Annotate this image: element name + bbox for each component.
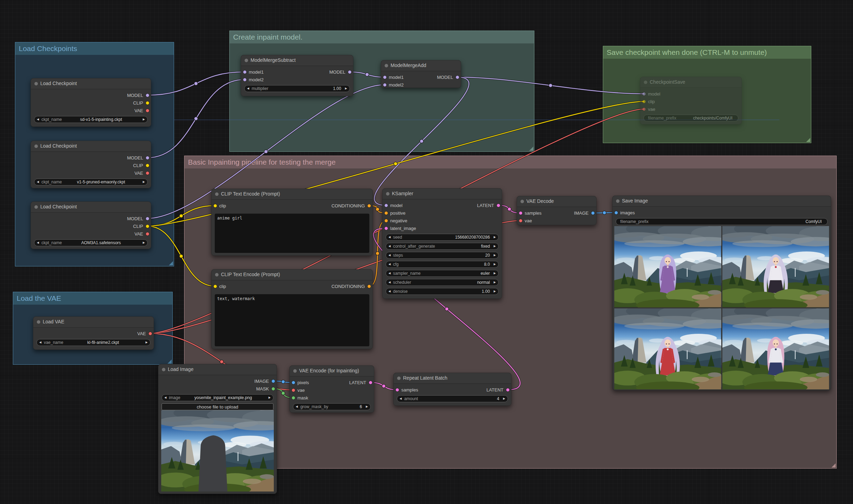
input-slot-mask[interactable] bbox=[292, 396, 295, 400]
output-slot-CLIP[interactable] bbox=[146, 224, 149, 228]
increment-arrow-icon[interactable]: ▶ bbox=[491, 288, 498, 295]
increment-arrow-icon[interactable]: ▶ bbox=[491, 252, 498, 259]
increment-arrow-icon[interactable]: ▶ bbox=[491, 279, 498, 286]
increment-arrow-icon[interactable]: ▶ bbox=[491, 270, 498, 277]
node-header[interactable]: ModelMergeAdd bbox=[381, 60, 461, 71]
node-header[interactable]: VAE Decode bbox=[517, 196, 596, 207]
node-header[interactable]: Load Checkpoint bbox=[31, 141, 151, 152]
group-resize-handle[interactable] bbox=[806, 138, 810, 142]
node-lc1[interactable]: Load CheckpointMODELCLIPVAE◀ckpt_namesd-… bbox=[31, 78, 151, 127]
g-save-checkpoint-header[interactable]: Save checkpoint when done (CTRL-M to unm… bbox=[603, 46, 811, 59]
widget-ckpt_name[interactable]: ◀ckpt_nameAOM3A1.safetensors▶ bbox=[34, 239, 148, 246]
group-resize-handle[interactable] bbox=[169, 261, 173, 265]
widget-denoise[interactable]: ◀denoise1.00▶ bbox=[386, 288, 499, 295]
input-slot-negative[interactable] bbox=[384, 219, 388, 223]
increment-arrow-icon[interactable]: ▶ bbox=[140, 116, 147, 123]
increment-arrow-icon[interactable]: ▶ bbox=[363, 403, 370, 410]
node-cte2[interactable]: CLIP Text Encode (Prompt)clipCONDITIONIN… bbox=[211, 269, 373, 349]
collapse-dot-icon[interactable] bbox=[386, 192, 389, 196]
decrement-arrow-icon[interactable]: ◀ bbox=[386, 252, 393, 259]
node-header[interactable]: Repeat Latent Batch bbox=[394, 373, 511, 384]
collapse-dot-icon[interactable] bbox=[215, 192, 219, 196]
output-slot-CONDITIONING[interactable] bbox=[367, 284, 371, 288]
increment-arrow-icon[interactable]: ▶ bbox=[501, 395, 508, 402]
collapse-dot-icon[interactable] bbox=[215, 273, 219, 276]
input-slot-vae[interactable] bbox=[292, 388, 295, 392]
node-li[interactable]: Load ImageIMAGEMASK◀imageyosemite_inpain… bbox=[158, 364, 277, 494]
node-lc3[interactable]: Load CheckpointMODELCLIPVAE◀ckpt_nameAOM… bbox=[31, 201, 151, 249]
decrement-arrow-icon[interactable]: ◀ bbox=[386, 234, 393, 241]
input-slot-clip[interactable] bbox=[213, 284, 217, 288]
output-slot-MODEL[interactable] bbox=[348, 70, 352, 74]
collapse-dot-icon[interactable] bbox=[37, 320, 40, 324]
node-mms[interactable]: ModelMergeSubtractmodel1model2MODEL◀mult… bbox=[241, 55, 353, 96]
increment-arrow-icon[interactable]: ▶ bbox=[266, 394, 273, 401]
decrement-arrow-icon[interactable]: ◀ bbox=[386, 261, 393, 268]
widget-grow_mask_by[interactable]: ◀grow_mask_by6▶ bbox=[293, 403, 371, 410]
node-header[interactable]: Load VAE bbox=[33, 317, 154, 328]
node-lvae[interactable]: Load VAEVAE◀vae_namekl-f8-anime2.ckpt▶ bbox=[33, 316, 154, 350]
input-slot-samples[interactable] bbox=[395, 388, 399, 392]
widget-vae_name[interactable]: ◀vae_namekl-f8-anime2.ckpt▶ bbox=[36, 339, 150, 346]
increment-arrow-icon[interactable]: ▶ bbox=[491, 234, 498, 241]
node-lc2[interactable]: Load CheckpointMODELCLIPVAE◀ckpt_namev1-… bbox=[31, 141, 151, 188]
output-slot-VAE[interactable] bbox=[146, 171, 149, 175]
input-slot-clip[interactable] bbox=[642, 100, 646, 104]
decrement-arrow-icon[interactable]: ◀ bbox=[37, 339, 44, 346]
node-vei[interactable]: VAE Encode (for Inpainting)pixelsvaemask… bbox=[289, 365, 374, 413]
output-slot-LATENT[interactable] bbox=[506, 388, 510, 392]
output-slot-VAE[interactable] bbox=[146, 232, 149, 236]
widget-filename_prefix[interactable]: filename_prefixcheckpoints/ComfyUI bbox=[643, 115, 738, 122]
widget-scheduler[interactable]: ◀schedulernormal▶ bbox=[386, 279, 499, 286]
input-slot-model1[interactable] bbox=[243, 70, 247, 74]
input-slot-vae[interactable] bbox=[519, 219, 523, 223]
prompt-textarea[interactable]: text, watermark bbox=[215, 294, 369, 346]
decrement-arrow-icon[interactable]: ◀ bbox=[386, 288, 393, 295]
group-resize-handle[interactable] bbox=[167, 360, 172, 364]
decrement-arrow-icon[interactable]: ◀ bbox=[386, 279, 393, 286]
widget-multiplier[interactable]: ◀multiplier1.00▶ bbox=[244, 85, 350, 92]
output-slot-CONDITIONING[interactable] bbox=[367, 204, 371, 208]
collapse-dot-icon[interactable] bbox=[616, 199, 620, 203]
collapse-dot-icon[interactable] bbox=[34, 205, 38, 209]
decrement-arrow-icon[interactable]: ◀ bbox=[245, 85, 252, 92]
collapse-dot-icon[interactable] bbox=[293, 369, 297, 373]
decrement-arrow-icon[interactable]: ◀ bbox=[386, 243, 393, 250]
collapse-dot-icon[interactable] bbox=[520, 200, 524, 203]
output-slot-MODEL[interactable] bbox=[146, 93, 149, 97]
input-slot-model[interactable] bbox=[384, 204, 388, 207]
g-load-checkpoints-header[interactable]: Load Checkpoints bbox=[15, 42, 174, 55]
node-header[interactable]: CLIP Text Encode (Prompt) bbox=[212, 270, 372, 280]
increment-arrow-icon[interactable]: ▶ bbox=[491, 243, 498, 250]
node-mma[interactable]: ModelMergeAddmodel1model2MODEL bbox=[381, 60, 461, 88]
upload-button[interactable]: choose file to upload bbox=[162, 403, 273, 410]
node-si[interactable]: Save Imageimagesfilename_prefixComfyUI bbox=[612, 196, 831, 390]
node-ks[interactable]: KSamplermodelpositivenegativelatent_imag… bbox=[382, 188, 502, 299]
group-resize-handle[interactable] bbox=[831, 463, 836, 468]
node-header[interactable]: VAE Encode (for Inpainting) bbox=[290, 366, 374, 377]
widget-ckpt_name[interactable]: ◀ckpt_namev1-5-pruned-emaonly.ckpt▶ bbox=[34, 179, 148, 185]
collapse-dot-icon[interactable] bbox=[34, 82, 38, 85]
g-basic-pipeline-header[interactable]: Basic Inpainting pipeline for testing th… bbox=[184, 156, 836, 168]
widget-amount[interactable]: ◀amount4▶ bbox=[397, 395, 508, 402]
input-slot-model2[interactable] bbox=[383, 83, 387, 87]
output-slot-CLIP[interactable] bbox=[146, 164, 149, 167]
input-slot-vae[interactable] bbox=[642, 107, 646, 111]
decrement-arrow-icon[interactable]: ◀ bbox=[34, 116, 41, 123]
decrement-arrow-icon[interactable]: ◀ bbox=[386, 270, 393, 277]
group-resize-handle[interactable] bbox=[529, 147, 533, 151]
increment-arrow-icon[interactable]: ▶ bbox=[491, 261, 498, 268]
node-header[interactable]: Load Image bbox=[158, 364, 277, 375]
input-slot-model1[interactable] bbox=[383, 75, 387, 79]
output-slot-IMAGE[interactable] bbox=[591, 211, 595, 215]
node-header[interactable]: Load Checkpoint bbox=[31, 79, 151, 89]
input-slot-model[interactable] bbox=[642, 92, 646, 96]
collapse-dot-icon[interactable] bbox=[644, 81, 647, 84]
output-slot-LATENT[interactable] bbox=[497, 204, 500, 207]
node-header[interactable]: CheckpointSave bbox=[640, 77, 741, 88]
output-slot-MODEL[interactable] bbox=[146, 217, 149, 221]
input-slot-model2[interactable] bbox=[243, 78, 247, 82]
output-slot-LATENT[interactable] bbox=[369, 381, 372, 385]
decrement-arrow-icon[interactable]: ◀ bbox=[162, 394, 169, 401]
decrement-arrow-icon[interactable]: ◀ bbox=[293, 403, 300, 410]
